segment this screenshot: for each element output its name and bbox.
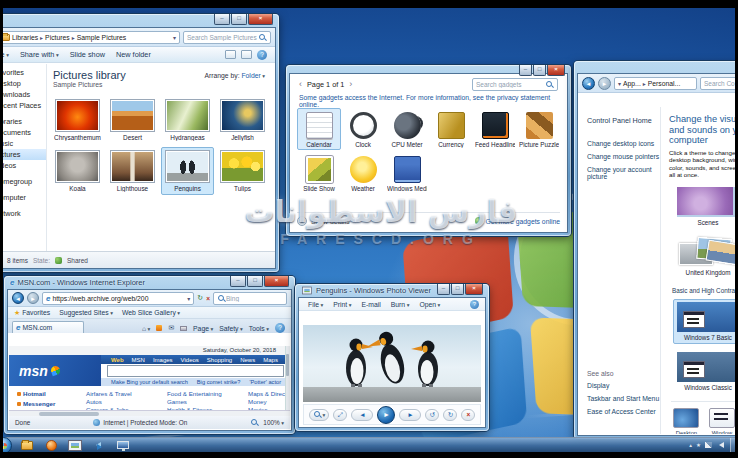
minimize-button[interactable]: – xyxy=(214,14,230,25)
msn-logo[interactable]: msn xyxy=(9,355,101,386)
gadget-windows-media[interactable]: Windows Media... xyxy=(385,152,429,194)
file-item-lighthouse[interactable]: Lighthouse xyxy=(106,147,159,195)
sidebar-item-music[interactable]: Music xyxy=(3,138,46,149)
safety-menu[interactable]: Safety xyxy=(219,325,243,332)
breadcrumb-personalization[interactable]: Personal... xyxy=(648,80,681,87)
desktop[interactable]: – □ × ◄ ► Libraries ▸ Pictures ▸ Sample … xyxy=(3,8,735,452)
file-item-hydrangeas[interactable]: Hydrangeas xyxy=(161,96,214,144)
gadget-calendar-selected[interactable]: Calendar xyxy=(297,108,341,150)
gadget-search-box[interactable] xyxy=(472,78,558,91)
control-panel-home-link[interactable]: Control Panel Home xyxy=(587,116,660,125)
network-icon[interactable] xyxy=(705,442,712,448)
msn-promo-link[interactable]: Big comet strike? xyxy=(197,379,241,385)
print-menu[interactable]: Print xyxy=(333,301,351,308)
theme-windows-classic[interactable]: Windows Classic xyxy=(673,349,735,394)
get-more-gadgets-link[interactable]: Get more gadgets online xyxy=(475,217,560,225)
tab-msn[interactable]: e MSN.com xyxy=(12,321,84,333)
next-page-icon[interactable]: › xyxy=(349,79,352,89)
bing-search-input[interactable] xyxy=(226,295,283,302)
msn-nav-msn[interactable]: MSN xyxy=(132,357,145,363)
sidebar-item-desktop[interactable]: Desktop xyxy=(3,78,46,89)
fit-to-window-button[interactable]: ⤢ xyxy=(333,409,347,421)
maximize-button[interactable]: □ xyxy=(231,14,247,25)
start-button[interactable] xyxy=(3,437,12,453)
share-with-button[interactable]: Share with xyxy=(20,50,59,59)
play-slideshow-button[interactable]: ► xyxy=(377,406,395,424)
change-desktop-icons-link[interactable]: Change desktop icons xyxy=(587,140,660,147)
new-folder-button[interactable]: New folder xyxy=(116,50,151,59)
msn-nav-maps[interactable]: Maps xyxy=(263,357,278,363)
preview-pane-icon[interactable] xyxy=(241,50,252,59)
arrange-by-value[interactable]: Folder xyxy=(241,72,265,79)
zoom-level[interactable]: 100% xyxy=(263,419,284,426)
url-text[interactable]: https://web.archive.org/web/200 xyxy=(52,295,148,302)
sidebar-item-recent-places[interactable]: Recent Places xyxy=(3,100,46,111)
back-button[interactable]: ◄ xyxy=(582,77,595,90)
taskbar-windows-photo-viewer[interactable] xyxy=(66,439,84,452)
sidebar-item-libraries[interactable]: Libraries xyxy=(3,116,46,127)
theme-united-kingdom[interactable]: United Kingdom xyxy=(673,234,735,279)
scrollbar-thumb[interactable] xyxy=(286,354,289,376)
address-dropdown-icon[interactable]: ▾ xyxy=(173,34,176,41)
feeds-icon[interactable] xyxy=(156,325,162,331)
msn-link-messenger[interactable]: Messenger xyxy=(17,400,77,408)
taskbar-desktop-gadgets[interactable] xyxy=(90,439,108,452)
web-slice-gallery-button[interactable]: Web Slice Gallery xyxy=(122,309,180,316)
msn-nav-images[interactable]: Images xyxy=(153,357,173,363)
control-panel-search-box[interactable] xyxy=(700,77,735,90)
gadget-feed-headlines[interactable]: Feed Headlines xyxy=(473,108,517,150)
gadget-currency[interactable]: Currency xyxy=(429,108,473,150)
sidebar-item-favorites[interactable]: Favorites xyxy=(3,67,46,78)
arrange-by[interactable]: Arrange by: Folder xyxy=(204,72,265,79)
file-item-jellyfish[interactable]: Jellyfish xyxy=(216,96,269,144)
gadget-slide-show[interactable]: Slide Show xyxy=(297,152,341,194)
file-item-desert[interactable]: Desert xyxy=(106,96,159,144)
breadcrumb-libraries[interactable]: Libraries xyxy=(12,34,38,41)
help-icon[interactable]: ? xyxy=(275,323,285,333)
read-mail-icon[interactable]: ✉ xyxy=(168,324,174,332)
gadget-search-input[interactable] xyxy=(476,81,545,88)
show-desktop-button[interactable] xyxy=(730,438,735,453)
burn-menu[interactable]: Burn xyxy=(391,301,410,308)
url-dropdown-icon[interactable]: ▾ xyxy=(187,295,190,302)
stop-icon[interactable]: × xyxy=(206,295,210,302)
forward-button[interactable]: ► xyxy=(598,77,611,90)
url-box[interactable]: e https://web.archive.org/web/200 ▾ xyxy=(42,292,194,305)
explorer-search-input[interactable] xyxy=(187,34,258,41)
sidebar-item-homegroup[interactable]: Homegroup xyxy=(3,176,46,187)
file-item-tulips[interactable]: Tulips xyxy=(216,147,269,195)
msn-link[interactable]: Autos xyxy=(86,398,158,406)
bing-search-box[interactable] xyxy=(213,292,287,305)
msn-nav-web[interactable]: Web xyxy=(111,357,124,363)
vertical-scrollbar[interactable] xyxy=(285,346,290,410)
file-item-penguins-selected[interactable]: Penguins xyxy=(161,147,214,195)
next-button[interactable]: ► xyxy=(399,409,421,421)
msn-link[interactable]: Maps & Directions xyxy=(248,390,290,398)
taskbar-personalization[interactable] xyxy=(114,439,132,452)
suggested-sites-button[interactable]: Suggested Sites xyxy=(59,309,113,316)
views-icon[interactable] xyxy=(225,50,236,59)
delete-button[interactable]: × xyxy=(461,409,475,421)
theme-scenes[interactable]: Scenes xyxy=(673,184,735,229)
maximize-button[interactable]: □ xyxy=(451,284,464,295)
show-details-link[interactable]: Show details xyxy=(311,218,350,225)
page-menu[interactable]: Page xyxy=(193,325,213,332)
taskbar-windows-media-player[interactable] xyxy=(42,439,60,452)
minimize-button[interactable]: – xyxy=(519,65,532,76)
gadget-clock[interactable]: Clock xyxy=(341,108,385,150)
file-item-chrysanthemum[interactable]: Chrysanthemum xyxy=(51,96,104,144)
msn-nav-videos[interactable]: Videos xyxy=(181,357,199,363)
desktop-background-shortcut[interactable]: Desktop Background Harmony xyxy=(671,408,702,434)
previous-button[interactable]: ◄ xyxy=(351,409,373,421)
help-icon[interactable]: ? xyxy=(470,300,479,309)
address-bar[interactable]: Libraries ▸ Pictures ▸ Sample Pictures ▾ xyxy=(3,31,180,44)
address-bar[interactable]: ▾ App... ▸ Personal... xyxy=(614,77,697,90)
sidebar-item-computer[interactable]: Computer xyxy=(3,192,46,203)
zoom-button[interactable] xyxy=(309,409,330,421)
maximize-button[interactable]: □ xyxy=(533,65,546,76)
action-center-icon[interactable]: ★ xyxy=(696,442,701,448)
close-button[interactable]: × xyxy=(547,65,565,76)
msn-link[interactable]: Airfares & Travel xyxy=(86,390,158,398)
show-hidden-icons-button[interactable]: ▴ xyxy=(689,442,692,448)
print-icon[interactable] xyxy=(180,326,187,331)
